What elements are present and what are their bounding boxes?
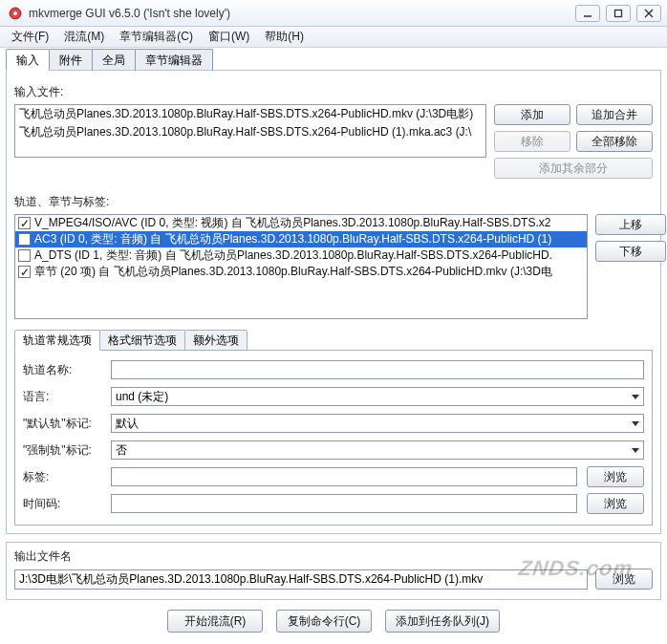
tags-input[interactable] xyxy=(111,467,577,486)
svg-point-1 xyxy=(13,11,17,15)
svg-rect-3 xyxy=(615,10,622,16)
menu-mux[interactable]: 混流(M) xyxy=(56,27,112,47)
move-up-button[interactable]: 上移 xyxy=(595,214,666,235)
track-tab-format[interactable]: 格式细节选项 xyxy=(99,330,185,351)
track-text: V_MPEG4/ISO/AVC (ID 0, 类型: 视频) 自 飞机总动员Pl… xyxy=(34,215,550,231)
track-name-label: 轨道名称: xyxy=(23,362,101,378)
main-tabs: 输入 附件 全局 章节编辑器 xyxy=(6,48,661,70)
tracks-list[interactable]: ✓ V_MPEG4/ISO/AVC (ID 0, 类型: 视频) 自 飞机总动员… xyxy=(14,214,588,319)
add-others-button[interactable]: 添加其余部分 xyxy=(494,158,653,179)
input-file-item[interactable]: 飞机总动员Planes.3D.2013.1080p.BluRay.Half-SB… xyxy=(15,123,485,141)
move-down-button[interactable]: 下移 xyxy=(595,241,666,262)
title-bar: mkvmerge GUI v6.5.0 ('Isn't she lovely') xyxy=(0,0,667,27)
add-to-queue-button[interactable]: 添加到任务队列(J) xyxy=(385,610,500,633)
tags-browse-button[interactable]: 浏览 xyxy=(587,466,644,487)
copy-cmd-button[interactable]: 复制命令行(C) xyxy=(276,610,372,633)
input-file-item[interactable]: 飞机总动员Planes.3D.2013.1080p.BluRay.Half-SB… xyxy=(15,105,485,123)
window-title: mkvmerge GUI v6.5.0 ('Isn't she lovely') xyxy=(29,7,230,20)
remove-button[interactable]: 移除 xyxy=(494,131,570,152)
input-panel: 输入文件: 飞机总动员Planes.3D.2013.1080p.BluRay.H… xyxy=(6,70,661,534)
track-item[interactable]: ✓ 章节 (20 项) 自 飞机总动员Planes.3D.2013.1080p.… xyxy=(15,264,587,280)
close-button[interactable] xyxy=(636,5,661,22)
timecodes-browse-button[interactable]: 浏览 xyxy=(587,493,644,514)
tab-global[interactable]: 全局 xyxy=(92,49,136,71)
menu-bar: 文件(F) 混流(M) 章节编辑器(C) 窗口(W) 帮助(H) xyxy=(0,27,667,48)
tab-chapter-editor[interactable]: 章节编辑器 xyxy=(135,49,213,71)
output-path-input[interactable]: J:\3D电影\飞机总动员Planes.3D.2013.1080p.BluRay… xyxy=(14,569,588,590)
timecodes-input[interactable] xyxy=(111,494,577,513)
tags-label: 标签: xyxy=(23,469,101,485)
bottom-bar: 开始混流(R) 复制命令行(C) 添加到任务队列(J) xyxy=(6,610,661,638)
content-area: 输入 附件 全局 章节编辑器 输入文件: 飞机总动员Planes.3D.2013… xyxy=(6,48,661,638)
tracks-label: 轨道、章节与标签: xyxy=(14,194,653,210)
window-controls xyxy=(575,5,667,22)
track-checkbox[interactable]: ✓ xyxy=(18,217,31,229)
track-options: 轨道常规选项 格式细节选项 额外选项 轨道名称: 语言: und (未定) "默… xyxy=(14,329,653,526)
tab-input[interactable]: 输入 xyxy=(6,49,50,71)
tab-attachments[interactable]: 附件 xyxy=(49,49,93,71)
track-item[interactable]: ✓ V_MPEG4/ISO/AVC (ID 0, 类型: 视频) 自 飞机总动员… xyxy=(15,215,587,231)
track-text: 章节 (20 项) 自 飞机总动员Planes.3D.2013.1080p.Bl… xyxy=(34,264,552,280)
app-icon xyxy=(8,6,23,21)
input-files-label: 输入文件: xyxy=(14,84,653,100)
forced-flag-label: "强制轨"标记: xyxy=(23,442,101,459)
menu-help[interactable]: 帮助(H) xyxy=(257,27,312,47)
track-text: A_DTS (ID 1, 类型: 音频) 自 飞机总动员Planes.3D.20… xyxy=(34,247,552,264)
track-name-input[interactable] xyxy=(111,360,644,379)
output-label: 输出文件名 xyxy=(14,548,653,565)
timecodes-label: 时间码: xyxy=(23,496,101,512)
track-tab-general[interactable]: 轨道常规选项 xyxy=(14,330,100,351)
track-item[interactable]: A_DTS (ID 1, 类型: 音频) 自 飞机总动员Planes.3D.20… xyxy=(15,247,587,264)
default-flag-select[interactable]: 默认 xyxy=(111,414,644,433)
append-merge-button[interactable]: 追加合并 xyxy=(576,104,653,125)
minimize-button[interactable] xyxy=(575,5,600,22)
track-tab-extra[interactable]: 额外选项 xyxy=(184,330,247,351)
forced-flag-select[interactable]: 否 xyxy=(111,440,644,460)
output-browse-button[interactable]: 浏览 xyxy=(595,569,653,590)
track-checkbox[interactable] xyxy=(18,249,31,262)
track-checkbox[interactable]: ✓ xyxy=(18,233,31,246)
menu-chapter-editor[interactable]: 章节编辑器(C) xyxy=(112,27,201,47)
menu-window[interactable]: 窗口(W) xyxy=(201,27,257,47)
output-section: 输出文件名 J:\3D电影\飞机总动员Planes.3D.2013.1080p.… xyxy=(6,542,661,600)
language-select[interactable]: und (未定) xyxy=(111,387,644,406)
start-mux-button[interactable]: 开始混流(R) xyxy=(167,610,263,633)
input-files-list[interactable]: 飞机总动员Planes.3D.2013.1080p.BluRay.Half-SB… xyxy=(14,104,486,158)
add-button[interactable]: 添加 xyxy=(494,104,570,125)
language-label: 语言: xyxy=(23,389,101,405)
track-checkbox[interactable]: ✓ xyxy=(18,266,31,278)
default-flag-label: "默认轨"标记: xyxy=(23,416,101,432)
track-general-panel: 轨道名称: 语言: und (未定) "默认轨"标记: 默认 "强制轨"标记: … xyxy=(14,350,653,526)
menu-file[interactable]: 文件(F) xyxy=(4,27,56,47)
track-text: AC3 (ID 0, 类型: 音频) 自 飞机总动员Planes.3D.2013… xyxy=(34,231,551,247)
maximize-button[interactable] xyxy=(606,5,631,22)
track-item[interactable]: ✓ AC3 (ID 0, 类型: 音频) 自 飞机总动员Planes.3D.20… xyxy=(15,231,587,247)
remove-all-button[interactable]: 全部移除 xyxy=(576,131,653,152)
